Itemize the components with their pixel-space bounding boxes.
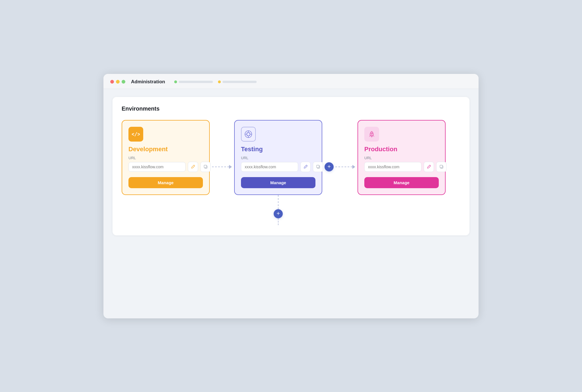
testing-manage-button[interactable]: Manage <box>241 177 315 188</box>
window-title: Administration <box>131 79 165 85</box>
development-name: Development <box>128 146 203 153</box>
production-url-input[interactable] <box>364 162 421 172</box>
svg-rect-2 <box>204 165 207 168</box>
development-url-label: URL <box>128 156 203 160</box>
production-edit-button[interactable] <box>424 162 434 172</box>
development-copy-button[interactable] <box>200 162 211 172</box>
copy-icon <box>203 165 208 169</box>
production-url-label: URL <box>364 156 439 160</box>
development-card: </> Development URL <box>122 120 210 195</box>
environments-row: </> Development URL <box>122 120 460 225</box>
svg-text:</>: </> <box>132 131 140 137</box>
panel-title: Environments <box>122 105 460 112</box>
production-name: Production <box>364 146 439 153</box>
svg-rect-13 <box>440 165 442 168</box>
rocket-icon <box>368 130 376 138</box>
development-url-row <box>128 162 203 172</box>
development-edit-button[interactable] <box>188 162 198 172</box>
tab-1 <box>174 80 213 83</box>
dashed-v-1 <box>278 195 278 209</box>
testing-column: Testing URL <box>234 120 322 225</box>
copy-icon <box>316 165 320 169</box>
tab1-line <box>179 81 213 83</box>
svg-rect-10 <box>317 165 319 168</box>
tab1-dot <box>174 80 177 83</box>
titlebar: Administration <box>103 74 479 89</box>
testing-copy-button[interactable] <box>313 162 323 172</box>
environments-panel: Environments </> Development URL <box>113 97 469 235</box>
testing-bottom-connector: + <box>274 195 283 225</box>
connector-test-prod: + <box>322 162 357 171</box>
tab2-dot <box>218 80 221 83</box>
code-icon: </> <box>132 130 140 138</box>
tab2-line <box>223 81 257 83</box>
development-manage-button[interactable]: Manage <box>128 177 203 188</box>
testing-url-row <box>241 162 315 172</box>
testing-icon-box <box>241 127 256 142</box>
production-card: Production URL <box>357 120 446 195</box>
production-manage-button[interactable]: Manage <box>364 177 439 188</box>
testing-url-input[interactable] <box>241 162 298 172</box>
app-window: Administration Environments <box>103 74 479 318</box>
maximize-dot[interactable] <box>122 80 125 84</box>
production-copy-button[interactable] <box>436 162 446 172</box>
close-dot[interactable] <box>110 80 114 84</box>
arrow-2 <box>352 165 355 169</box>
copy-icon <box>439 165 444 169</box>
dashed-v-2 <box>278 218 278 225</box>
tab-2 <box>218 80 257 83</box>
svg-point-11 <box>371 133 373 134</box>
testing-url-label: URL <box>241 156 315 160</box>
production-column: Production URL <box>357 120 446 195</box>
add-env-between-button[interactable]: + <box>325 162 334 171</box>
dashed-line-1 <box>212 167 229 167</box>
production-url-row <box>364 162 439 172</box>
edit-icon <box>191 165 195 169</box>
testing-edit-button[interactable] <box>300 162 311 172</box>
production-icon-box <box>364 127 379 142</box>
titlebar-tabs <box>174 80 257 83</box>
window-controls <box>110 80 125 84</box>
testing-card: Testing URL <box>234 120 322 195</box>
main-content: Environments </> Development URL <box>103 89 479 318</box>
add-env-below-button[interactable]: + <box>274 209 283 218</box>
connector-dev-test <box>210 165 234 169</box>
bug-icon <box>244 130 252 138</box>
development-url-input[interactable] <box>128 162 186 172</box>
edit-icon <box>304 165 308 169</box>
development-icon-box: </> <box>128 127 143 142</box>
dashed-line-2 <box>335 167 352 167</box>
development-column: </> Development URL <box>122 120 210 195</box>
testing-name: Testing <box>241 146 315 153</box>
minimize-dot[interactable] <box>116 80 120 84</box>
edit-icon <box>427 165 431 169</box>
arrow-1 <box>229 165 232 169</box>
